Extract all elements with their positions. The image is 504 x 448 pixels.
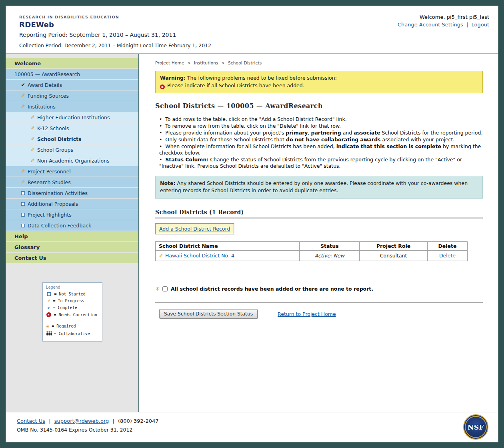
footer-separator: | bbox=[49, 418, 50, 424]
instruction-text-bold: associate bbox=[354, 130, 380, 136]
in-progress-pencil-icon: ✎ bbox=[20, 104, 26, 109]
instruction-text: School Districts for the reporting perio… bbox=[380, 130, 483, 136]
legend-row: = Not Started bbox=[46, 292, 99, 296]
instruction-text-bold: do not have collaborating awards bbox=[286, 137, 381, 143]
sidebar-item-label: Award Details bbox=[28, 82, 62, 88]
legend-label: Required bbox=[56, 324, 76, 328]
sidebar-item-label: Non-Academic Organizations bbox=[37, 158, 110, 164]
sidebar-item-welcome[interactable]: Welcome bbox=[6, 58, 138, 68]
sidebar-item-contact-us[interactable]: Contact Us bbox=[6, 253, 138, 263]
legend-equals: = bbox=[52, 324, 54, 328]
in-progress-pencil-icon: ✎ bbox=[30, 137, 36, 141]
breadcrumb-project-home-link[interactable]: Project Home bbox=[155, 60, 184, 65]
sidebar-item-school-districts[interactable]: ✎School Districts bbox=[6, 134, 138, 144]
legend-label: Collaborative bbox=[59, 331, 90, 336]
not-started-square-icon bbox=[21, 191, 25, 195]
omb-number: OMB No. 3145-0164 Expires October 31, 20… bbox=[17, 427, 498, 433]
footer-email-link[interactable]: support@rdeweb.org bbox=[54, 418, 109, 424]
legend-label: Complete bbox=[58, 305, 77, 310]
app-header: RESEARCH IN DISABILITIES EDUCATION RDEWe… bbox=[6, 6, 498, 53]
in-progress-pencil-icon: ✎ bbox=[46, 299, 52, 303]
instruction-text-bold: Status Column: bbox=[165, 157, 208, 163]
sidebar-item-help[interactable]: Help bbox=[6, 231, 138, 241]
instruction-text: and bbox=[341, 130, 354, 136]
actions-row: Save School Districts Section Status Ret… bbox=[155, 309, 483, 319]
legend-title: Legend bbox=[46, 285, 99, 289]
sidebar-item-institutions[interactable]: ✎Institutions bbox=[6, 101, 138, 112]
breadcrumb-current: School Districts bbox=[228, 60, 262, 65]
school-districts-table: School District Name Status Project Role… bbox=[155, 241, 468, 261]
sidebar-item-funding-sources[interactable]: ✎Funding Sources bbox=[6, 90, 138, 101]
column-header-role: Project Role bbox=[360, 242, 428, 251]
collaborative-icon bbox=[46, 331, 52, 336]
sidebar-item-label: Contact Us bbox=[14, 255, 46, 261]
app-footer: Contact Us | support@rdeweb.org | (800) … bbox=[6, 412, 498, 442]
section-complete-checkbox[interactable] bbox=[162, 286, 168, 291]
sidebar-item-additional-proposals[interactable]: Additional Proposals bbox=[6, 199, 138, 209]
add-record-link[interactable]: Add a School District Record bbox=[159, 226, 230, 232]
sidebar-item-label: Funding Sources bbox=[28, 93, 69, 99]
warning-title: Warning: bbox=[160, 75, 186, 81]
sidebar-item-label: 100005 — AwardResearch bbox=[14, 71, 80, 77]
sidebar-item-label: Welcome bbox=[14, 60, 41, 66]
instruction-text-bold: primary bbox=[286, 130, 308, 136]
legend-label: In Progress bbox=[58, 299, 84, 303]
change-account-settings-link[interactable]: Change Account Settings bbox=[398, 22, 463, 28]
legend-equals: = bbox=[53, 305, 56, 310]
note-text: Any shared School Districts should be en… bbox=[160, 180, 468, 194]
sidebar-item-project-highlights[interactable]: Project Highlights bbox=[6, 209, 138, 220]
footer-contact-link[interactable]: Contact Us bbox=[17, 418, 45, 424]
breadcrumb: Project Home > Institutions > School Dis… bbox=[155, 60, 483, 65]
in-progress-pencil-icon: ✎ bbox=[30, 147, 36, 152]
footer-separator: | bbox=[112, 418, 114, 424]
sidebar-item-label: Research Studies bbox=[28, 179, 71, 185]
district-role: Consultant bbox=[360, 251, 428, 261]
legend-row: = Collaborative bbox=[46, 331, 99, 336]
table-header-row: School District Name Status Project Role… bbox=[156, 242, 468, 251]
sidebar-item-school-groups[interactable]: ✎School Groups bbox=[6, 145, 138, 155]
section-divider bbox=[155, 217, 483, 219]
legend-equals: = bbox=[53, 299, 56, 303]
in-progress-pencil-icon: ✎ bbox=[20, 93, 26, 98]
district-status: Active: New bbox=[300, 251, 360, 261]
error-x-glyph: ✖ bbox=[48, 313, 50, 317]
sidebar-item-dissemination-activities[interactable]: Dissemination Activities bbox=[6, 188, 138, 198]
sidebar-item-award[interactable]: 100005 — AwardResearch bbox=[6, 69, 138, 79]
in-progress-pencil-icon: ✎ bbox=[30, 158, 36, 163]
sidebar-item-label: School Districts bbox=[37, 136, 81, 142]
logout-link[interactable]: Logout bbox=[471, 22, 489, 28]
sidebar-item-glossary[interactable]: Glossary bbox=[6, 242, 138, 252]
instruction-text: When complete information for all School… bbox=[165, 143, 336, 149]
instruction-text: Please provide information about your pr… bbox=[165, 130, 286, 136]
warning-line: Warning: The following problems need to … bbox=[160, 74, 478, 82]
sidebar-item-data-collection-feedback[interactable]: Data Collection Feedback bbox=[6, 220, 138, 231]
district-name-link[interactable]: Hawaii School District No. 4 bbox=[165, 253, 234, 259]
instructions-list: To add rows to the table, click on the "… bbox=[155, 116, 483, 169]
sidebar-item-label: School Groups bbox=[37, 147, 73, 153]
save-section-status-button[interactable]: Save School Districts Section Status bbox=[159, 309, 258, 319]
actions-divider bbox=[155, 302, 483, 303]
complete-check-icon: ✔ bbox=[46, 305, 52, 310]
sidebar-item-research-studies[interactable]: ✎Research Studies bbox=[6, 177, 138, 187]
note-title: Note: bbox=[160, 180, 176, 186]
instruction-item: Only submit data for those School Distri… bbox=[159, 137, 483, 143]
header-link-separator: | bbox=[466, 22, 468, 28]
legend-equals: = bbox=[54, 331, 56, 336]
breadcrumb-institutions-link[interactable]: Institutions bbox=[194, 60, 218, 65]
return-project-home-link[interactable]: Return to Project Home bbox=[278, 311, 336, 317]
instruction-text: associated with your project. bbox=[381, 137, 455, 143]
welcome-user: Welcome, pi5_first pi5_last bbox=[398, 14, 489, 20]
add-record-button[interactable]: Add a School District Record bbox=[155, 223, 234, 234]
warning-box: Warning: The following problems need to … bbox=[155, 71, 483, 93]
column-header-status: Status bbox=[300, 242, 360, 251]
legend-row: ✳ = Required bbox=[46, 323, 99, 329]
instruction-text: To add rows to the table, click on the "… bbox=[165, 116, 346, 122]
instruction-item: To add rows to the table, click on the "… bbox=[159, 116, 483, 123]
in-progress-pencil-icon: ✎ bbox=[20, 169, 26, 174]
sidebar-item-award-details[interactable]: ✔Award Details bbox=[6, 80, 138, 90]
sidebar-item-higher-education-institutions[interactable]: ✎Higher Education Institutions bbox=[6, 112, 138, 123]
sidebar-item-k12-schools[interactable]: ✎K-12 Schools bbox=[6, 123, 138, 133]
sidebar-item-non-academic-organizations[interactable]: ✎Non-Academic Organizations bbox=[6, 155, 138, 166]
sidebar-item-project-personnel[interactable]: ✎Project Personnel bbox=[6, 166, 138, 177]
delete-record-link[interactable]: Delete bbox=[439, 253, 456, 259]
